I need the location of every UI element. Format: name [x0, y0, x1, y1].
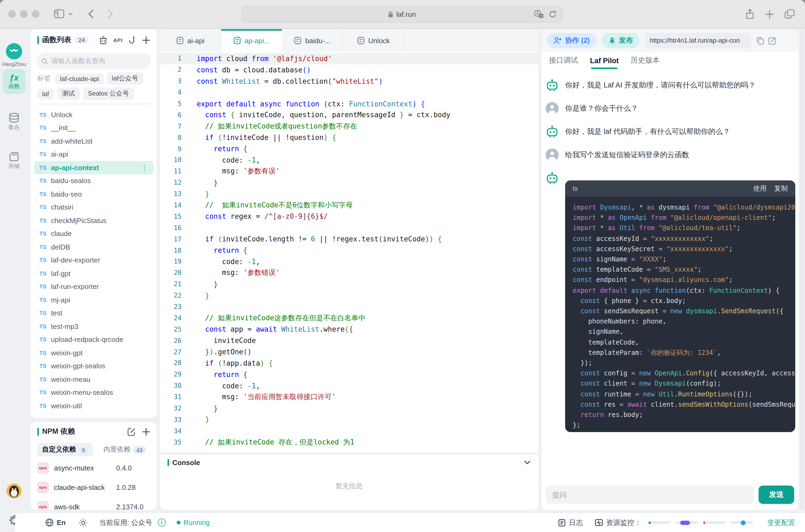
function-item-chatsiri[interactable]: TSchatsiri — [34, 201, 153, 214]
code-line-7[interactable]: 7 // 如果inviteCode或者question参数不存在 — [160, 121, 538, 132]
npm-tab-内置依赖[interactable]: 内置依赖43 — [99, 443, 151, 456]
pilot-tab-接口调试[interactable]: 接口调试 — [549, 52, 578, 69]
back-button[interactable] — [88, 9, 94, 19]
laf-logo[interactable] — [6, 43, 22, 59]
function-item-weixin-gpt[interactable]: TSweixin-gpt — [34, 346, 153, 359]
function-item-ai-api[interactable]: TSai-api — [34, 148, 153, 161]
code-line-17[interactable]: 17 if (inviteCode.length != 6 || !regex.… — [160, 233, 538, 245]
function-item-claude[interactable]: TSclaude — [34, 227, 153, 240]
copy-code-button[interactable]: 复制 — [774, 184, 788, 193]
recycle-bin-icon[interactable] — [99, 36, 107, 44]
tag-测试[interactable]: 测试 — [57, 88, 80, 100]
use-code-button[interactable]: 使用 — [753, 184, 767, 193]
editor-tab-ap-api...[interactable]: ap-api... — [221, 29, 282, 52]
pilot-tab-历史版本[interactable]: 历史版本 — [631, 52, 660, 69]
edit-dependencies-icon[interactable] — [128, 428, 136, 436]
sidebar-toggle-icon[interactable] — [54, 9, 64, 18]
code-line-14[interactable]: 14 // 如果inviteCode不是6位数字和小写字母 — [160, 200, 538, 211]
function-item-test-mp3[interactable]: TStest-mp3 — [34, 320, 153, 333]
send-button[interactable]: 发送 — [759, 486, 794, 504]
code-line-9[interactable]: 9 return { — [160, 143, 538, 154]
code-line-22[interactable]: 22 } — [160, 290, 538, 301]
edit-url-icon[interactable] — [768, 36, 775, 44]
function-item-add-whiteList[interactable]: TSadd-whiteList — [34, 134, 153, 148]
editor-tab-ai-api[interactable]: ai-api — [160, 29, 221, 52]
function-item-test[interactable]: TStest — [34, 306, 153, 320]
tag-laf-cluade-api[interactable]: laf-cluade-api — [55, 73, 104, 84]
kebab-menu-icon[interactable]: ⋮ — [141, 164, 148, 172]
code-line-4[interactable]: 4 — [160, 87, 538, 98]
sidebar-item-storage[interactable]: 存储 — [3, 149, 25, 173]
npm-dep-async-mutex[interactable]: npmasync-mutex0.4.0 — [37, 458, 150, 477]
code-line-25[interactable]: 25 const app = await WhiteList.where({ — [160, 324, 538, 335]
function-item-baidu-seo[interactable]: TSbaidu-seo — [34, 187, 153, 201]
logs-button[interactable]: 日志 — [558, 518, 583, 527]
function-item-laf-dev-exporter[interactable]: TSlaf-dev-exporter — [34, 253, 153, 267]
code-line-28[interactable]: 28 if (!app.data) { — [160, 358, 538, 369]
new-tab-icon[interactable] — [765, 10, 774, 19]
sidebar-item-collections[interactable]: 集合 — [3, 110, 25, 134]
tag-Sealos 公众号[interactable]: Sealos 公众号 — [83, 88, 134, 100]
code-line-3[interactable]: 3const WhiteList = db.collection("whiteL… — [160, 76, 538, 87]
collaborate-button[interactable]: 协作 (2) — [547, 33, 596, 48]
share-icon[interactable] — [746, 8, 754, 19]
editor-tab-Unlock[interactable]: Unlock — [343, 29, 404, 52]
api-icon[interactable]: API — [113, 37, 123, 43]
editor-tab-baidu-...[interactable]: baidu-... — [282, 29, 343, 52]
function-item-weixin-gpt-sealos[interactable]: TSweixin-gpt-sealos — [34, 359, 153, 373]
function-item-checkMjPicStatus[interactable]: TScheckMjPicStatus — [34, 214, 153, 227]
function-item-weixin-util[interactable]: TSweixin-util — [34, 399, 153, 412]
npm-dep-claude-api-slack[interactable]: npmclaude-api-slack1.0.28 — [37, 477, 150, 497]
pilot-tab-Laf Pilot[interactable]: Laf Pilot — [590, 52, 619, 69]
npm-tab-自定义依赖[interactable]: 自定义依赖9 — [37, 443, 93, 456]
console-collapse-icon[interactable] — [524, 460, 530, 464]
pilot-scrollbar[interactable] — [800, 29, 804, 510]
code-line-2[interactable]: 2const db = cloud.database() — [160, 64, 538, 76]
code-line-8[interactable]: 8 if (!inviteCode || !question) { — [160, 132, 538, 143]
code-line-35[interactable]: 35 // 如果inviteCode 存在，但是locked 为1 — [160, 437, 538, 448]
window-minimize-button[interactable] — [20, 10, 27, 18]
function-item-laf-gpt[interactable]: TSlaf-gpt — [34, 267, 153, 280]
npm-dep-aws-sdk[interactable]: npmaws-sdk2.1374.0 — [37, 497, 150, 510]
tab-overview-icon[interactable] — [785, 9, 795, 19]
function-item-upload-redpack-qrcode[interactable]: TSupload-redpack-qrcode — [34, 333, 153, 346]
function-item-mj-api[interactable]: TSmj-api — [34, 293, 153, 306]
add-function-icon[interactable] — [142, 36, 150, 44]
code-line-29[interactable]: 29 return { — [160, 369, 538, 380]
function-item-weixin-meau[interactable]: TSweixin-meau — [34, 373, 153, 386]
function-item-__init__[interactable]: TS__init__ — [34, 121, 153, 134]
function-item-baidu-sealos[interactable]: TSbaidu-sealos — [34, 174, 153, 187]
function-item-Unlock[interactable]: TSUnlock — [34, 108, 153, 121]
code-line-16[interactable]: 16 — [160, 222, 538, 233]
code-line-21[interactable]: 21 } — [160, 279, 538, 290]
language-switch[interactable]: En — [45, 518, 65, 527]
sidebar-chevron-icon[interactable] — [68, 13, 73, 16]
window-zoom-button[interactable] — [32, 10, 39, 18]
function-search-input[interactable] — [51, 57, 146, 65]
tag-laf公众号[interactable]: laf公众号 — [107, 72, 143, 85]
code-line-5[interactable]: 5export default async function (ctx: Fun… — [160, 98, 538, 109]
code-line-32[interactable]: 32 } — [160, 403, 538, 414]
window-close-button[interactable] — [8, 10, 16, 18]
code-line-30[interactable]: 30 code: -1, — [160, 380, 538, 392]
sidebar-item-functions[interactable]: ƒx 函数 — [3, 69, 25, 94]
copy-url-icon[interactable] — [756, 36, 764, 44]
code-line-19[interactable]: 19 code: -1, — [160, 256, 538, 267]
forward-button[interactable] — [107, 9, 113, 19]
code-line-24[interactable]: 24 // 如果inviteCode这参数存在但是不在白名单中 — [160, 312, 538, 324]
code-line-15[interactable]: 15 const regex = /^[a-z0-9]{6}$/ — [160, 211, 538, 222]
dependency-hook-icon[interactable] — [129, 36, 136, 44]
code-line-11[interactable]: 11 msg: '参数有误' — [160, 166, 538, 177]
code-line-26[interactable]: 26 inviteCode — [160, 335, 538, 346]
code-line-34[interactable]: 34 — [160, 425, 538, 437]
app-info-icon[interactable]: i — [158, 518, 166, 527]
theme-toggle[interactable] — [79, 518, 87, 527]
code-line-27[interactable]: 27 }).getOne() — [160, 346, 538, 358]
add-dependency-icon[interactable] — [142, 428, 150, 436]
function-item-weixin-menu-sealos[interactable]: TSweixin-menu-sealos — [34, 386, 153, 399]
function-item-delDB[interactable]: TSdelDB — [34, 240, 153, 253]
change-config-link[interactable]: 变更配置 — [767, 518, 795, 527]
code-line-33[interactable]: 33 } — [160, 414, 538, 425]
code-line-23[interactable]: 23 — [160, 301, 538, 312]
code-line-13[interactable]: 13 } — [160, 188, 538, 200]
